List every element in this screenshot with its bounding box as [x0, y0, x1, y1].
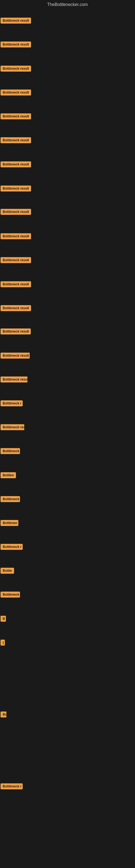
bottleneck-item[interactable]: Bottle: [1, 568, 14, 575]
bottleneck-item[interactable]: Bottleneck result: [1, 305, 31, 312]
bottleneck-badge: |: [1, 640, 5, 646]
bottleneck-badge: Bottleneck: [1, 448, 20, 454]
bottleneck-badge: Bottleneck result: [1, 352, 30, 359]
bottleneck-badge: Bottleneck result: [1, 305, 31, 311]
bottleneck-item[interactable]: Bottleneck: [1, 448, 20, 455]
bottleneck-badge: Bottleneck result: [1, 281, 31, 287]
bottleneck-item[interactable]: Bo: [1, 712, 6, 718]
bottleneck-badge: Bottleneck result: [1, 186, 31, 191]
bottleneck-item[interactable]: Bottleneck result: [1, 257, 31, 264]
bottleneck-item[interactable]: Bottleneck r: [1, 783, 23, 790]
bottleneck-item[interactable]: Bottleneck result: [1, 352, 30, 360]
bottleneck-item[interactable]: Bottleneck result: [1, 41, 31, 49]
bottleneck-item[interactable]: Bottleneck: [1, 592, 20, 599]
bottleneck-badge: Bottlenec: [1, 520, 18, 526]
bottleneck-badge: Bottleneck: [1, 592, 20, 597]
bottleneck-item[interactable]: |: [1, 640, 5, 647]
bottleneck-item[interactable]: Bottleneck: [1, 496, 20, 503]
site-title: TheBottlenecker.com: [0, 0, 135, 10]
bottleneck-item[interactable]: Bottleneck result: [1, 186, 31, 193]
bottleneck-badge: Bottleneck result: [1, 161, 31, 167]
bottleneck-item[interactable]: Bottleneck r: [1, 544, 23, 551]
bottleneck-badge: Bottleneck result: [1, 41, 31, 48]
bottleneck-item[interactable]: Bottleneck result: [1, 137, 31, 144]
bottleneck-item[interactable]: Bottleneck result: [1, 90, 31, 97]
bottleneck-badge: Bottleneck result: [1, 233, 31, 239]
bottleneck-item[interactable]: B: [1, 616, 6, 623]
bottleneck-badge: Bottleneck result: [1, 66, 31, 72]
bottleneck-item[interactable]: Bottleneck result: [1, 329, 31, 336]
bottleneck-badge: Bottleneck res: [1, 424, 24, 430]
bottleneck-item[interactable]: Bottleneck result: [1, 209, 31, 216]
bottleneck-badge: Bottleneck result: [1, 18, 31, 24]
bottleneck-badge: Bottleneck result: [1, 113, 31, 119]
bottleneck-item[interactable]: Bottleneck result: [1, 66, 31, 73]
bottleneck-item[interactable]: Bottleneck r: [1, 400, 23, 407]
bottleneck-item[interactable]: Bottleneck result: [1, 113, 31, 120]
bottleneck-item[interactable]: Bottleneck result: [1, 18, 31, 25]
bottleneck-badge: Bottleneck result: [1, 209, 31, 215]
bottleneck-item[interactable]: Bottleneck res: [1, 424, 24, 431]
bottleneck-badge: Bottleneck result: [1, 257, 31, 263]
bottleneck-badge: Bottlen: [1, 472, 16, 478]
bottleneck-badge: B: [1, 616, 6, 622]
bottleneck-item[interactable]: Bottleneck result: [1, 233, 31, 240]
bottleneck-badge: Bottleneck resul: [1, 376, 28, 382]
bottleneck-item[interactable]: Bottleneck result: [1, 281, 31, 288]
bottleneck-item[interactable]: Bottlen: [1, 472, 16, 479]
bottleneck-badge: Bottleneck result: [1, 137, 31, 143]
bottleneck-badge: Bottleneck r: [1, 544, 23, 550]
bottleneck-item[interactable]: Bottlenec: [1, 520, 18, 527]
bottleneck-badge: Bottleneck r: [1, 783, 23, 789]
bottleneck-badge: Bottleneck result: [1, 90, 31, 95]
bottleneck-item[interactable]: Bottleneck result: [1, 161, 31, 168]
bottleneck-badge: Bottle: [1, 568, 14, 574]
bottleneck-badge: Bottleneck: [1, 496, 20, 502]
bottleneck-item[interactable]: Bottleneck resul: [1, 376, 28, 383]
bottleneck-badge: Bottleneck result: [1, 329, 31, 335]
bottleneck-badge: Bottleneck r: [1, 400, 23, 406]
bottleneck-badge: Bo: [1, 712, 6, 717]
